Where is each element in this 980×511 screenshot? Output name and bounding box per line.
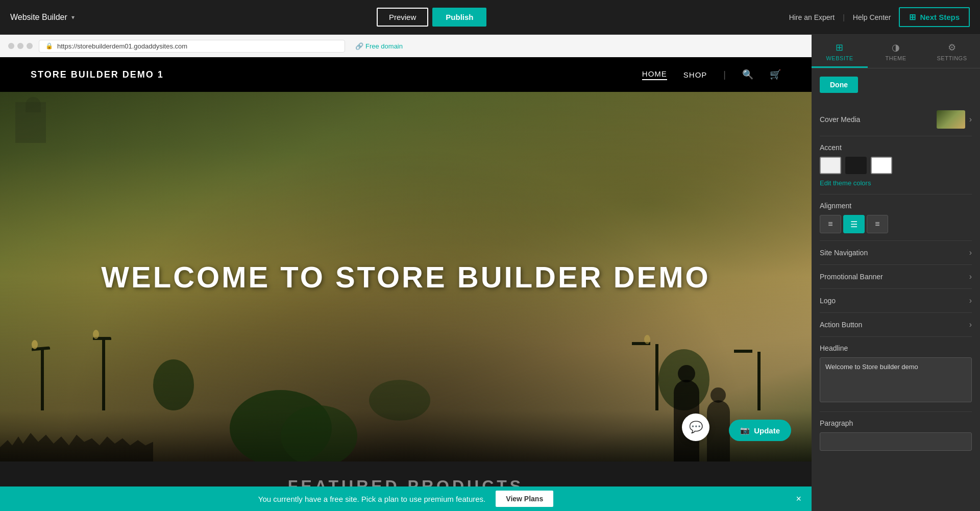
website-tab-label: WEBSITE [826,55,853,61]
tab-theme[interactable]: ◑ THEME [868,35,924,68]
promotional-banner-row[interactable]: Promotional Banner › [820,265,972,289]
cover-media-thumbnail [937,110,965,129]
alignment-row: Alignment ≡ ☰ ≡ [820,194,972,241]
nav-divider: | [723,69,726,80]
cover-media-row[interactable]: Cover Media › [820,103,972,136]
accent-row: Accent Edit theme colors [820,136,972,194]
hire-expert-link[interactable]: Hire an Expert [789,13,835,21]
site-logo: STORE BUILDER DEMO 1 [31,69,164,80]
align-center-button[interactable]: ☰ [843,215,865,233]
nav-link-shop[interactable]: SHOP [683,70,707,79]
paragraph-input[interactable] [820,432,972,451]
view-plans-button[interactable]: View Plans [496,491,553,507]
promo-banner-right: › [969,272,972,281]
header-divider: | [843,13,845,21]
website-preview: STORE BUILDER DEMO 1 HOME SHOP | 🔍 🛒 [0,57,812,511]
main-area: 🔒 https://storebuilderdem01.godaddysites… [0,35,980,511]
promo-banner-chevron-icon: › [969,272,972,281]
site-title-dropdown[interactable]: Website Builder ▾ [10,13,75,22]
tab-website[interactable]: ⊞ WEBSITE [812,35,868,68]
site-nav-bar: STORE BUILDER DEMO 1 HOME SHOP | 🔍 🛒 [0,57,812,92]
next-steps-button[interactable]: ⊞ Next Steps [899,7,970,27]
edit-theme-link[interactable]: Edit theme colors [820,179,972,187]
alignment-label: Alignment [820,202,972,210]
next-steps-icon: ⊞ [909,12,916,22]
logo-right: › [969,296,972,305]
publish-button[interactable]: Publish [432,8,486,27]
accent-swatch-black[interactable] [845,157,867,174]
align-right-button[interactable]: ≡ [867,215,888,233]
update-button[interactable]: 📷 Update [729,420,791,441]
action-btn-chevron-icon: › [969,320,972,329]
accent-colors [820,157,972,174]
website-tab-icon: ⊞ [836,42,844,53]
site-navigation-label: Site Navigation [820,249,868,257]
promotional-banner-label: Promotional Banner [820,273,883,281]
done-button[interactable]: Done [820,77,858,93]
settings-tab-label: SETTINGS [937,55,967,61]
promo-close-button[interactable]: × [796,494,801,504]
header-right: Hire an Expert | Help Center ⊞ Next Step… [789,7,970,27]
header-center: Preview Publish [75,8,789,27]
alignment-buttons: ≡ ☰ ≡ [820,215,972,233]
cover-media-right: › [937,110,972,129]
logo-label: Logo [820,297,836,305]
promo-text: You currently have a free site. Pick a p… [258,495,486,503]
free-domain-badge[interactable]: 🔗 Free domain [355,42,403,50]
panel-content: Done Cover Media › Accent Edit theme col… [812,68,980,511]
site-nav-links: HOME SHOP | 🔍 🛒 [642,69,781,80]
canvas-area: 🔒 https://storebuilderdem01.godaddysites… [0,35,812,511]
action-button-row[interactable]: Action Button › [820,313,972,337]
action-button-label: Action Button [820,321,862,329]
nav-link-home[interactable]: HOME [642,69,667,80]
free-domain-icon: 🔗 [355,42,363,50]
align-right-icon: ≡ [875,220,879,229]
hero-section[interactable]: WELCOME TO STORE BUILDER DEMO 📷 Update 💬 [0,92,812,461]
align-left-button[interactable]: ≡ [820,215,841,233]
cover-media-label: Cover Media [820,115,860,124]
free-domain-text: Free domain [365,42,403,50]
help-center-link[interactable]: Help Center [853,13,891,21]
accent-swatch-white2[interactable] [871,157,892,174]
cover-media-chevron-icon: › [969,115,972,124]
chat-bubble-button[interactable]: 💬 [682,413,709,441]
action-btn-right: › [969,320,972,329]
browser-dot-yellow [17,43,23,49]
next-steps-label: Next Steps [920,13,960,21]
top-header: Website Builder ▾ Preview Publish Hire a… [0,0,980,35]
browser-chrome: 🔒 https://storebuilderdem01.godaddysites… [0,35,812,57]
logo-row[interactable]: Logo › [820,289,972,313]
promo-bar: You currently have a free site. Pick a p… [0,486,812,511]
headline-label: Headline [820,344,972,352]
lock-icon: 🔒 [45,42,53,50]
theme-tab-label: THEME [886,55,906,61]
cart-icon[interactable]: 🛒 [770,69,781,80]
search-icon[interactable]: 🔍 [742,69,753,80]
panel-tabs: ⊞ WEBSITE ◑ THEME ⚙ SETTINGS [812,35,980,68]
logo-chevron-icon: › [969,296,972,305]
theme-tab-icon: ◑ [892,42,900,53]
accent-label: Accent [820,143,972,152]
chat-icon: 💬 [689,421,703,434]
browser-dot-green [27,43,33,49]
paragraph-section: Paragraph [820,412,972,458]
update-label: Update [754,426,780,435]
site-nav-right: › [969,248,972,257]
headline-section: Headline [820,337,972,412]
align-left-icon: ≡ [828,220,832,229]
browser-dots [8,43,33,49]
align-center-icon: ☰ [850,220,857,229]
browser-url-bar[interactable]: 🔒 https://storebuilderdem01.godaddysites… [39,40,345,53]
right-panel: ⊞ WEBSITE ◑ THEME ⚙ SETTINGS Done Cover … [812,35,980,511]
site-nav-chevron-icon: › [969,248,972,257]
preview-button[interactable]: Preview [377,8,428,27]
site-title-text: Website Builder [10,13,67,22]
site-navigation-row[interactable]: Site Navigation › [820,241,972,265]
hero-text: WELCOME TO STORE BUILDER DEMO [101,260,710,294]
update-icon: 📷 [740,426,750,435]
tab-settings[interactable]: ⚙ SETTINGS [924,35,980,68]
headline-textarea[interactable] [820,357,972,402]
accent-swatch-white[interactable] [820,157,841,174]
browser-dot-red [8,43,14,49]
settings-tab-icon: ⚙ [948,42,957,53]
